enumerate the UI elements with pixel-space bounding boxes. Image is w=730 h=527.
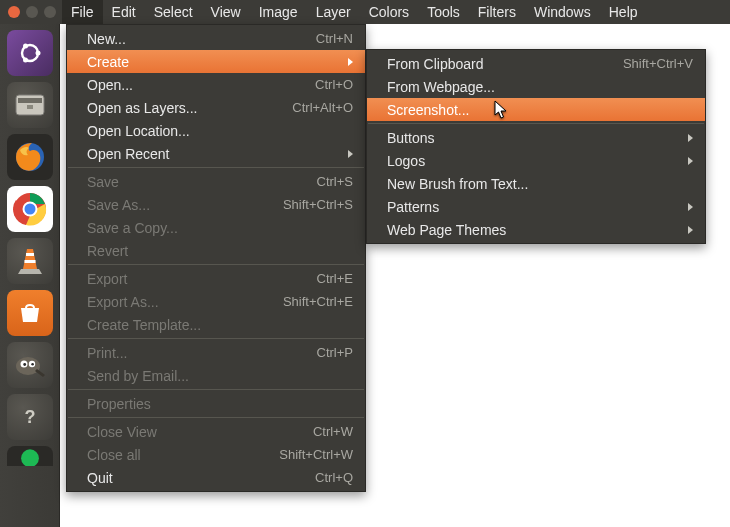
launcher-gimp-icon[interactable]	[7, 342, 53, 388]
file-menu-item-open[interactable]: Open...Ctrl+O	[67, 73, 365, 96]
submenu-arrow-icon	[688, 134, 693, 142]
close-icon[interactable]	[8, 6, 20, 18]
svg-point-1	[35, 51, 40, 56]
menu-separator	[68, 417, 364, 418]
svg-point-16	[23, 363, 26, 366]
menu-item-label: Open...	[87, 77, 133, 93]
svg-point-10	[24, 204, 35, 215]
file-menu-item-print: Print...Ctrl+P	[67, 341, 365, 364]
menu-item-label: Send by Email...	[87, 368, 189, 384]
file-menu-item-open-as-layers[interactable]: Open as Layers...Ctrl+Alt+O	[67, 96, 365, 119]
menu-item-shortcut: Ctrl+P	[317, 345, 353, 360]
menu-filters[interactable]: Filters	[469, 0, 525, 24]
maximize-icon[interactable]	[44, 6, 56, 18]
menu-view[interactable]: View	[202, 0, 250, 24]
menu-item-shortcut: Ctrl+Alt+O	[292, 100, 353, 115]
create-menu-item-web-page-themes[interactable]: Web Page Themes	[367, 218, 705, 241]
menu-help[interactable]: Help	[600, 0, 647, 24]
file-menu-item-quit[interactable]: QuitCtrl+Q	[67, 466, 365, 489]
create-menu-item-new-brush-from-text[interactable]: New Brush from Text...	[367, 172, 705, 195]
menu-item-shortcut: Ctrl+O	[315, 77, 353, 92]
menu-item-label: From Webpage...	[387, 79, 495, 95]
menu-item-label: Properties	[87, 396, 151, 412]
file-menu-item-open-recent[interactable]: Open Recent	[67, 142, 365, 165]
menu-item-label: Patterns	[387, 199, 439, 215]
launcher-vlc-icon[interactable]	[7, 238, 53, 284]
menu-image[interactable]: Image	[250, 0, 307, 24]
launcher-ubuntu-dash-icon[interactable]	[7, 30, 53, 76]
menu-item-label: Create	[87, 54, 129, 70]
menubar: FileEditSelectViewImageLayerColorsToolsF…	[56, 0, 647, 24]
launcher-files-icon[interactable]	[7, 82, 53, 128]
menu-separator	[68, 389, 364, 390]
file-menu-item-new[interactable]: New...Ctrl+N	[67, 27, 365, 50]
menu-item-label: Save a Copy...	[87, 220, 178, 236]
menu-item-label: Web Page Themes	[387, 222, 506, 238]
create-menu-item-patterns[interactable]: Patterns	[367, 195, 705, 218]
file-menu-item-export-as: Export As...Shift+Ctrl+E	[67, 290, 365, 313]
file-menu-item-export: ExportCtrl+E	[67, 267, 365, 290]
launcher-chrome-icon[interactable]	[7, 186, 53, 232]
menu-colors[interactable]: Colors	[360, 0, 418, 24]
file-menu-item-open-location[interactable]: Open Location...	[67, 119, 365, 142]
file-menu-item-properties: Properties	[67, 392, 365, 415]
menu-item-label: Open Recent	[87, 146, 170, 162]
svg-rect-6	[27, 105, 33, 109]
menu-item-label: Open as Layers...	[87, 100, 198, 116]
menu-select[interactable]: Select	[145, 0, 202, 24]
minimize-icon[interactable]	[26, 6, 38, 18]
svg-point-13	[16, 357, 40, 375]
menu-file[interactable]: File	[62, 0, 103, 24]
menu-item-shortcut: Ctrl+S	[317, 174, 353, 189]
menu-item-shortcut: Shift+Ctrl+S	[283, 197, 353, 212]
window-controls	[0, 6, 56, 18]
menu-item-label: Export	[87, 271, 127, 287]
menu-item-label: Save As...	[87, 197, 150, 213]
menu-windows[interactable]: Windows	[525, 0, 600, 24]
svg-point-3	[23, 58, 28, 63]
file-menu-item-create-template: Create Template...	[67, 313, 365, 336]
menu-item-label: Screenshot...	[387, 102, 470, 118]
launcher-software-center-icon[interactable]	[7, 290, 53, 336]
menu-layer[interactable]: Layer	[307, 0, 360, 24]
submenu-arrow-icon	[688, 157, 693, 165]
menu-item-shortcut: Ctrl+E	[317, 271, 353, 286]
file-menu-item-save: SaveCtrl+S	[67, 170, 365, 193]
menu-separator	[68, 167, 364, 168]
menu-separator	[368, 123, 704, 124]
menu-item-label: Revert	[87, 243, 128, 259]
submenu-arrow-icon	[688, 226, 693, 234]
menu-item-shortcut: Shift+Ctrl+E	[283, 294, 353, 309]
svg-rect-12	[24, 260, 35, 263]
file-menu: New...Ctrl+NCreateOpen...Ctrl+OOpen as L…	[66, 24, 366, 492]
menu-tools[interactable]: Tools	[418, 0, 469, 24]
menu-item-shortcut: Ctrl+N	[316, 31, 353, 46]
menu-item-label: Print...	[87, 345, 127, 361]
create-menu-item-from-clipboard[interactable]: From ClipboardShift+Ctrl+V	[367, 52, 705, 75]
titlebar: FileEditSelectViewImageLayerColorsToolsF…	[0, 0, 730, 24]
menu-item-shortcut: Shift+Ctrl+W	[279, 447, 353, 462]
svg-text:?: ?	[24, 407, 35, 427]
menu-separator	[68, 264, 364, 265]
launcher-help-icon[interactable]: ?	[7, 394, 53, 440]
svg-point-19	[21, 449, 39, 466]
file-menu-item-create[interactable]: Create	[67, 50, 365, 73]
create-menu-item-buttons[interactable]: Buttons	[367, 126, 705, 149]
menu-item-label: New...	[87, 31, 126, 47]
menu-item-label: Close all	[87, 447, 141, 463]
submenu-arrow-icon	[348, 58, 353, 66]
menu-item-shortcut: Ctrl+W	[313, 424, 353, 439]
menu-edit[interactable]: Edit	[103, 0, 145, 24]
create-submenu: From ClipboardShift+Ctrl+VFrom Webpage..…	[366, 49, 706, 244]
menu-item-label: Logos	[387, 153, 425, 169]
create-menu-item-logos[interactable]: Logos	[367, 149, 705, 172]
menu-item-label: Open Location...	[87, 123, 190, 139]
menu-item-label: New Brush from Text...	[387, 176, 528, 192]
create-menu-item-screenshot[interactable]: Screenshot...	[367, 98, 705, 121]
launcher-spotify-icon[interactable]	[7, 446, 53, 466]
file-menu-item-close-all: Close allShift+Ctrl+W	[67, 443, 365, 466]
launcher-firefox-icon[interactable]	[7, 134, 53, 180]
create-menu-item-from-webpage[interactable]: From Webpage...	[367, 75, 705, 98]
menu-item-shortcut: Ctrl+Q	[315, 470, 353, 485]
submenu-arrow-icon	[348, 150, 353, 158]
